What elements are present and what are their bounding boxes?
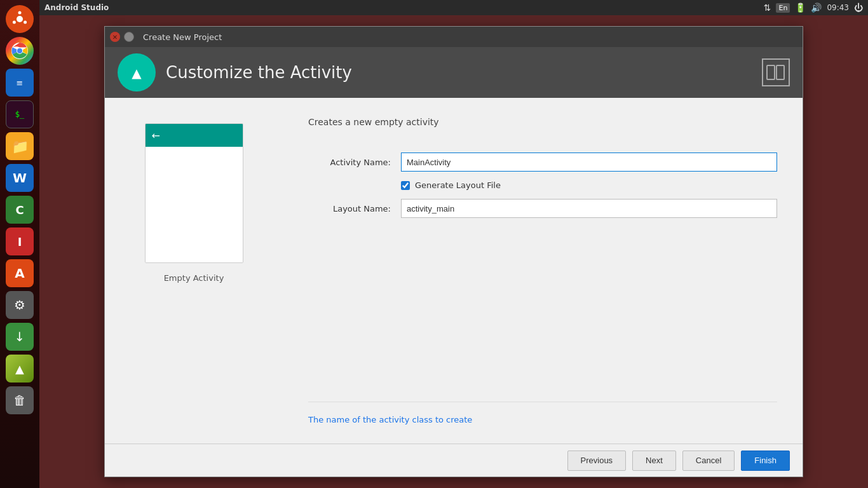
settings-icon[interactable]: ⚙ (6, 291, 34, 319)
svg-rect-10 (767, 65, 775, 79)
previous-button[interactable]: Previous (567, 451, 627, 471)
dialog-body: ← Empty Activity Creates a new empty act… (105, 98, 803, 444)
impress-icon[interactable]: I (6, 227, 34, 255)
layout-name-row: Layout Name: (308, 199, 777, 218)
app-name-label: Android Studio (44, 3, 109, 12)
generate-layout-row: Generate Layout File (308, 180, 777, 190)
battery-icon: 🔋 (795, 3, 806, 13)
power-icon: ⏻ (854, 3, 863, 13)
svg-rect-11 (776, 65, 784, 79)
layout-icon (762, 58, 790, 86)
activity-name-input[interactable] (401, 152, 777, 172)
dialog-header-title: Customize the Activity (166, 63, 352, 82)
download-icon[interactable]: ↓ (6, 323, 34, 351)
svg-text:▲: ▲ (132, 65, 142, 81)
ubuntu-icon[interactable] (6, 5, 34, 33)
android-studio-icon[interactable]: ▲ (6, 355, 34, 383)
phone-preview: ← (145, 123, 243, 263)
svg-point-3 (24, 21, 27, 24)
calc-icon[interactable]: C (6, 196, 34, 224)
network-icon: ⇅ (764, 3, 771, 13)
taskbar: ≡ $_ 📁 W C I A ⚙ ↓ ▲ 🗑 (0, 0, 39, 488)
svg-point-7 (17, 48, 22, 53)
files-icon[interactable]: 📁 (6, 132, 34, 160)
minimize-button[interactable] (124, 32, 134, 42)
activity-name-label: Activity Name: (308, 158, 391, 167)
close-button[interactable]: ✕ (110, 32, 120, 42)
trash-icon[interactable]: 🗑 (6, 386, 34, 414)
layout-name-input[interactable] (401, 199, 777, 218)
svg-point-4 (13, 21, 16, 24)
form-section: Activity Name: Generate Layout File Layo… (308, 152, 777, 218)
left-panel: ← Empty Activity (105, 98, 283, 444)
dialog-footer: Previous Next Cancel Finish (105, 444, 803, 477)
dialog-title: Create New Project (143, 32, 222, 42)
next-button[interactable]: Next (632, 451, 676, 471)
main-area: ✕ Create New Project ▲ Customize the Act… (39, 15, 868, 488)
preview-label: Empty Activity (164, 273, 224, 283)
spacer (308, 231, 777, 389)
volume-icon: 🔊 (811, 3, 822, 13)
dialog-titlebar: ✕ Create New Project (105, 27, 803, 47)
appstore-icon[interactable]: A (6, 259, 34, 287)
chrome-icon[interactable] (6, 37, 34, 65)
android-studio-logo: ▲ (118, 53, 156, 92)
phone-preview-header: ← (146, 124, 243, 147)
writer-icon[interactable]: W (6, 164, 34, 192)
description-text: Creates a new empty activity (308, 117, 777, 127)
cancel-button[interactable]: Cancel (682, 451, 735, 471)
finish-button[interactable]: Finish (741, 451, 790, 471)
keyboard-indicator: En (776, 3, 790, 13)
system-bar: Android Studio ⇅ En 🔋 🔊 09:43 ⏻ (39, 0, 868, 15)
hint-text: The name of the activity class to create (308, 402, 777, 424)
create-new-project-dialog: ✕ Create New Project ▲ Customize the Act… (104, 26, 803, 477)
phone-preview-body (146, 147, 243, 262)
svg-point-1 (17, 16, 23, 22)
dialog-header: ▲ Customize the Activity (105, 47, 803, 98)
layout-name-label: Layout Name: (308, 204, 391, 214)
generate-layout-label: Generate Layout File (415, 180, 501, 190)
activity-name-row: Activity Name: (308, 152, 777, 172)
svg-point-2 (18, 11, 22, 15)
right-panel: Creates a new empty activity Activity Na… (283, 98, 803, 444)
terminal-icon[interactable]: $_ (6, 100, 34, 128)
system-bar-right: ⇅ En 🔋 🔊 09:43 ⏻ (764, 3, 863, 13)
generate-layout-checkbox[interactable] (401, 181, 410, 190)
blue-app-icon[interactable]: ≡ (6, 69, 34, 97)
back-arrow-icon: ← (152, 130, 160, 142)
clock: 09:43 (827, 3, 849, 12)
